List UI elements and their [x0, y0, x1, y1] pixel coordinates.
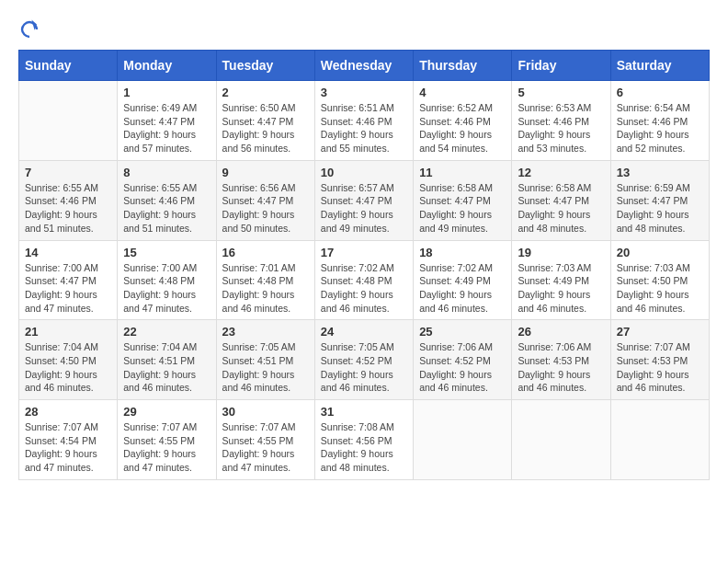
day-info: Sunrise: 7:05 AM Sunset: 4:51 PM Dayligh…: [222, 340, 309, 395]
day-info: Sunrise: 7:06 AM Sunset: 4:53 PM Dayligh…: [518, 340, 604, 395]
day-info: Sunrise: 6:52 AM Sunset: 4:46 PM Dayligh…: [419, 101, 506, 155]
logo-icon: [18, 18, 40, 40]
day-info: Sunrise: 7:02 AM Sunset: 4:49 PM Dayligh…: [419, 261, 506, 316]
day-number: 24: [321, 325, 407, 339]
calendar-cell: 1Sunrise: 6:49 AM Sunset: 4:47 PM Daylig…: [118, 81, 216, 161]
day-number: 30: [222, 405, 309, 419]
day-number: 20: [617, 246, 703, 259]
day-info: Sunrise: 7:07 AM Sunset: 4:55 PM Dayligh…: [123, 420, 210, 475]
day-info: Sunrise: 7:01 AM Sunset: 4:48 PM Dayligh…: [222, 261, 309, 316]
calendar-cell: 14Sunrise: 7:00 AM Sunset: 4:47 PM Dayli…: [19, 240, 118, 320]
day-info: Sunrise: 7:02 AM Sunset: 4:48 PM Dayligh…: [321, 261, 407, 316]
day-info: Sunrise: 6:53 AM Sunset: 4:46 PM Dayligh…: [518, 101, 604, 155]
day-number: 11: [419, 166, 506, 179]
day-number: 1: [123, 86, 210, 99]
calendar-cell: 4Sunrise: 6:52 AM Sunset: 4:46 PM Daylig…: [414, 81, 512, 161]
day-info: Sunrise: 6:55 AM Sunset: 4:46 PM Dayligh…: [123, 181, 210, 236]
calendar-cell: 2Sunrise: 6:50 AM Sunset: 4:47 PM Daylig…: [216, 81, 314, 161]
calendar-cell: 19Sunrise: 7:03 AM Sunset: 4:49 PM Dayli…: [512, 240, 610, 320]
day-number: 7: [25, 166, 111, 179]
calendar-cell: 16Sunrise: 7:01 AM Sunset: 4:48 PM Dayli…: [216, 240, 314, 320]
day-of-week-header: Saturday: [610, 51, 709, 81]
calendar-cell: 12Sunrise: 6:58 AM Sunset: 4:47 PM Dayli…: [512, 160, 610, 240]
day-info: Sunrise: 7:04 AM Sunset: 4:51 PM Dayligh…: [123, 340, 210, 395]
day-number: 18: [419, 246, 506, 259]
calendar-cell: 20Sunrise: 7:03 AM Sunset: 4:50 PM Dayli…: [610, 240, 709, 320]
day-info: Sunrise: 7:07 AM Sunset: 4:53 PM Dayligh…: [617, 340, 703, 395]
day-info: Sunrise: 6:51 AM Sunset: 4:46 PM Dayligh…: [321, 101, 407, 155]
day-info: Sunrise: 6:57 AM Sunset: 4:47 PM Dayligh…: [321, 181, 407, 236]
day-number: 22: [123, 325, 210, 339]
calendar-cell: 9Sunrise: 6:56 AM Sunset: 4:47 PM Daylig…: [216, 160, 314, 240]
day-number: 10: [321, 166, 407, 179]
calendar-week-row: 14Sunrise: 7:00 AM Sunset: 4:47 PM Dayli…: [19, 240, 710, 320]
calendar-cell: 17Sunrise: 7:02 AM Sunset: 4:48 PM Dayli…: [314, 240, 413, 320]
day-info: Sunrise: 7:00 AM Sunset: 4:47 PM Dayligh…: [25, 261, 111, 316]
day-of-week-header: Tuesday: [216, 51, 314, 81]
calendar-cell: 21Sunrise: 7:04 AM Sunset: 4:50 PM Dayli…: [19, 320, 118, 400]
calendar-cell: 7Sunrise: 6:55 AM Sunset: 4:46 PM Daylig…: [19, 160, 118, 240]
day-number: 23: [222, 325, 309, 339]
calendar-cell: 18Sunrise: 7:02 AM Sunset: 4:49 PM Dayli…: [414, 240, 512, 320]
day-number: 25: [419, 325, 506, 339]
day-number: 3: [321, 86, 407, 99]
calendar-cell: 15Sunrise: 7:00 AM Sunset: 4:48 PM Dayli…: [118, 240, 216, 320]
calendar-cell: 6Sunrise: 6:54 AM Sunset: 4:46 PM Daylig…: [610, 81, 709, 161]
logo[interactable]: [18, 18, 44, 40]
calendar-cell: 23Sunrise: 7:05 AM Sunset: 4:51 PM Dayli…: [216, 320, 314, 400]
calendar-week-row: 21Sunrise: 7:04 AM Sunset: 4:50 PM Dayli…: [19, 320, 710, 400]
calendar-cell: 29Sunrise: 7:07 AM Sunset: 4:55 PM Dayli…: [118, 400, 216, 480]
day-info: Sunrise: 7:00 AM Sunset: 4:48 PM Dayligh…: [123, 261, 210, 316]
calendar-cell: 28Sunrise: 7:07 AM Sunset: 4:54 PM Dayli…: [19, 400, 118, 480]
calendar-cell: 13Sunrise: 6:59 AM Sunset: 4:47 PM Dayli…: [610, 160, 709, 240]
calendar-cell: 11Sunrise: 6:58 AM Sunset: 4:47 PM Dayli…: [414, 160, 512, 240]
day-number: 15: [123, 246, 210, 259]
day-number: 5: [518, 86, 604, 99]
day-number: 28: [25, 405, 111, 419]
calendar-cell: 27Sunrise: 7:07 AM Sunset: 4:53 PM Dayli…: [610, 320, 709, 400]
day-number: 2: [222, 86, 309, 99]
day-number: 12: [518, 166, 604, 179]
calendar-cell: 5Sunrise: 6:53 AM Sunset: 4:46 PM Daylig…: [512, 81, 610, 161]
day-info: Sunrise: 6:59 AM Sunset: 4:47 PM Dayligh…: [617, 181, 703, 236]
day-info: Sunrise: 6:50 AM Sunset: 4:47 PM Dayligh…: [222, 101, 309, 155]
calendar-cell: 25Sunrise: 7:06 AM Sunset: 4:52 PM Dayli…: [414, 320, 512, 400]
page-header: [18, 18, 710, 40]
day-info: Sunrise: 6:55 AM Sunset: 4:46 PM Dayligh…: [25, 181, 111, 236]
day-of-week-header: Wednesday: [314, 51, 413, 81]
day-number: 9: [222, 166, 309, 179]
calendar-cell: 10Sunrise: 6:57 AM Sunset: 4:47 PM Dayli…: [314, 160, 413, 240]
calendar-cell: 8Sunrise: 6:55 AM Sunset: 4:46 PM Daylig…: [118, 160, 216, 240]
calendar-week-row: 28Sunrise: 7:07 AM Sunset: 4:54 PM Dayli…: [19, 400, 710, 480]
calendar-cell: [512, 400, 610, 480]
day-number: 4: [419, 86, 506, 99]
calendar-cell: 24Sunrise: 7:05 AM Sunset: 4:52 PM Dayli…: [314, 320, 413, 400]
day-number: 14: [25, 246, 111, 259]
day-number: 29: [123, 405, 210, 419]
day-number: 31: [321, 405, 407, 419]
day-of-week-header: Sunday: [19, 51, 118, 81]
day-of-week-header: Friday: [512, 51, 610, 81]
day-of-week-header: Monday: [118, 51, 216, 81]
day-info: Sunrise: 7:07 AM Sunset: 4:54 PM Dayligh…: [25, 420, 111, 475]
day-number: 8: [123, 166, 210, 179]
day-info: Sunrise: 7:03 AM Sunset: 4:49 PM Dayligh…: [518, 261, 604, 316]
day-info: Sunrise: 7:06 AM Sunset: 4:52 PM Dayligh…: [419, 340, 506, 395]
calendar-header-row: SundayMondayTuesdayWednesdayThursdayFrid…: [19, 51, 710, 81]
calendar-cell: 30Sunrise: 7:07 AM Sunset: 4:55 PM Dayli…: [216, 400, 314, 480]
calendar-cell: [19, 81, 118, 161]
day-info: Sunrise: 7:04 AM Sunset: 4:50 PM Dayligh…: [25, 340, 111, 395]
day-number: 26: [518, 325, 604, 339]
day-info: Sunrise: 6:54 AM Sunset: 4:46 PM Dayligh…: [617, 101, 703, 155]
day-info: Sunrise: 6:58 AM Sunset: 4:47 PM Dayligh…: [518, 181, 604, 236]
day-info: Sunrise: 6:56 AM Sunset: 4:47 PM Dayligh…: [222, 181, 309, 236]
day-info: Sunrise: 7:07 AM Sunset: 4:55 PM Dayligh…: [222, 420, 309, 475]
day-info: Sunrise: 6:49 AM Sunset: 4:47 PM Dayligh…: [123, 101, 210, 155]
day-info: Sunrise: 7:05 AM Sunset: 4:52 PM Dayligh…: [321, 340, 407, 395]
day-info: Sunrise: 7:03 AM Sunset: 4:50 PM Dayligh…: [617, 261, 703, 316]
calendar-cell: 31Sunrise: 7:08 AM Sunset: 4:56 PM Dayli…: [314, 400, 413, 480]
day-info: Sunrise: 7:08 AM Sunset: 4:56 PM Dayligh…: [321, 420, 407, 475]
calendar-cell: [610, 400, 709, 480]
calendar-week-row: 1Sunrise: 6:49 AM Sunset: 4:47 PM Daylig…: [19, 81, 710, 161]
day-of-week-header: Thursday: [414, 51, 512, 81]
